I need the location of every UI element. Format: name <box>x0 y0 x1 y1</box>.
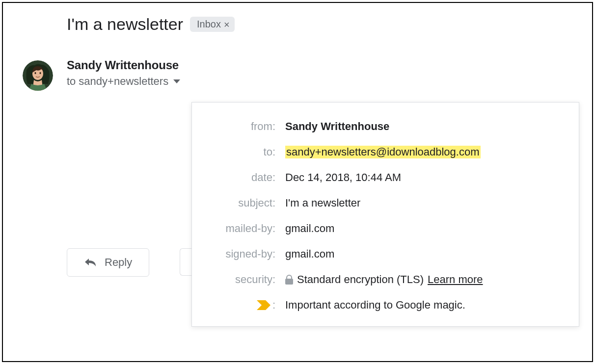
detail-label-signed-by: signed-by: <box>207 248 285 260</box>
detail-value-from: Sandy Writtenhouse <box>285 120 389 133</box>
detail-value-importance: Important according to Google magic. <box>285 299 465 312</box>
to-email-highlighted: sandy+newsletters@idownloadblog.com <box>285 146 481 158</box>
subject-row: I'm a newsletter Inbox × <box>3 15 592 34</box>
detail-value-subject: I'm a newsletter <box>285 197 360 209</box>
detail-row-subject: subject: I'm a newsletter <box>207 197 564 209</box>
lock-icon <box>285 275 293 285</box>
detail-row-from: from: Sandy Writtenhouse <box>207 120 564 133</box>
detail-row-security: security: Standard encryption (TLS) Lear… <box>207 273 564 286</box>
importance-colon: : <box>272 299 275 312</box>
detail-value-security: Standard encryption (TLS) Learn more <box>285 273 483 286</box>
sender-info: Sandy Writtenhouse to sandy+newsletters <box>67 58 180 88</box>
detail-value-to: sandy+newsletters@idownloadblog.com <box>285 146 481 158</box>
learn-more-link[interactable]: Learn more <box>428 273 483 286</box>
detail-row-mailed-by: mailed-by: gmail.com <box>207 222 564 235</box>
detail-label-from: from: <box>207 120 285 133</box>
detail-value-signed-by: gmail.com <box>285 248 334 260</box>
reply-arrow-icon <box>84 256 97 269</box>
sender-name: Sandy Writtenhouse <box>67 58 180 72</box>
svg-point-2 <box>35 72 36 74</box>
to-prefix: to <box>67 75 76 88</box>
message-details-popup: from: Sandy Writtenhouse to: sandy+newsl… <box>191 102 579 327</box>
detail-label-date: date: <box>207 171 285 184</box>
sender-row: Sandy Writtenhouse to sandy+newsletters <box>3 58 592 91</box>
email-subject: I'm a newsletter <box>67 15 183 34</box>
detail-row-signed-by: signed-by: gmail.com <box>207 248 564 260</box>
security-text: Standard encryption (TLS) <box>297 273 424 286</box>
chevron-down-icon[interactable] <box>173 79 180 83</box>
forward-button-partial[interactable] <box>180 248 191 276</box>
reply-button[interactable]: Reply <box>67 248 149 277</box>
detail-label-to: to: <box>207 146 285 158</box>
detail-row-importance: : Important according to Google magic. <box>207 299 564 312</box>
reply-label: Reply <box>105 256 132 269</box>
email-view-container: I'm a newsletter Inbox × Sandy Writtenho… <box>2 2 593 362</box>
detail-row-to: to: sandy+newsletters@idownloadblog.com <box>207 146 564 158</box>
importance-label-cell: : <box>207 299 285 312</box>
detail-label-subject: subject: <box>207 197 285 209</box>
sender-avatar[interactable] <box>23 60 53 91</box>
detail-value-mailed-by: gmail.com <box>285 222 334 235</box>
detail-label-mailed-by: mailed-by: <box>207 222 285 235</box>
inbox-label-chip[interactable]: Inbox × <box>190 17 235 32</box>
svg-point-3 <box>40 72 41 74</box>
recipient-summary[interactable]: to sandy+newsletters <box>67 75 180 88</box>
close-icon[interactable]: × <box>224 20 230 29</box>
to-alias: sandy+newsletters <box>79 75 168 88</box>
detail-row-date: date: Dec 14, 2018, 10:44 AM <box>207 171 564 184</box>
importance-marker-icon[interactable] <box>257 300 270 310</box>
detail-value-date: Dec 14, 2018, 10:44 AM <box>285 171 401 184</box>
inbox-label-text: Inbox <box>197 19 221 30</box>
detail-label-security: security: <box>207 273 285 286</box>
